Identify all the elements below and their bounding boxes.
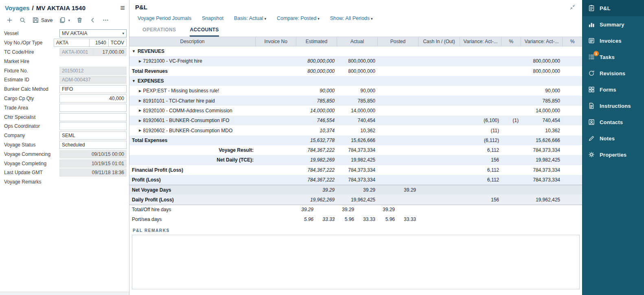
expand-triangle-icon[interactable]: ▶ bbox=[139, 59, 141, 63]
field-label: Voyage Remarks bbox=[3, 179, 59, 185]
expand-triangle-icon[interactable]: ▶ bbox=[139, 99, 141, 103]
toolbar-link-snapshot[interactable]: Snapshot bbox=[202, 15, 223, 21]
voy-no-opr-type-part-1[interactable]: AKTA bbox=[54, 39, 90, 47]
column-header-col-9[interactable]: % bbox=[563, 37, 582, 46]
toolbar-link-basis-actual[interactable]: Basis: Actual▾ bbox=[234, 15, 266, 21]
description-cell: Daily Profit (Loss) bbox=[129, 194, 256, 204]
field-value-area: Scheduled bbox=[59, 141, 127, 149]
company-input[interactable]: SEML bbox=[59, 131, 127, 140]
tab-accounts[interactable]: ACCOUNTS bbox=[190, 27, 219, 37]
collapse-icon[interactable] bbox=[570, 4, 576, 10]
table-row-81920601-bunker-consumption-ifo[interactable]: ▶81920601 - BUNKER-Consumption IFO746,55… bbox=[129, 116, 582, 125]
field-label: TC Code/Hire bbox=[3, 49, 59, 55]
chevron-down-icon[interactable]: ▾ bbox=[120, 30, 124, 37]
more-button[interactable] bbox=[102, 17, 109, 24]
voyage-status-input[interactable]: Scheduled bbox=[59, 141, 127, 149]
act-cell: 15,626,666 bbox=[337, 138, 378, 143]
copy-button[interactable]: ▾ bbox=[59, 17, 70, 24]
table-row-81910101-tci-charter-hire-paid[interactable]: ▶81910101 - TCI-Charter hire paid785,850… bbox=[129, 96, 582, 105]
row-label: Daily Profit (Loss) bbox=[132, 197, 174, 203]
table-row-expenses[interactable]: ▼EXPENSES bbox=[129, 76, 582, 86]
var1-cell: 6,112 bbox=[460, 177, 502, 183]
sidebar-item-contacts[interactable]: Contacts bbox=[583, 114, 644, 130]
remarks-textarea[interactable] bbox=[132, 235, 580, 289]
toolbar-link-show-all-periods[interactable]: Show: All Periods▾ bbox=[330, 15, 373, 21]
sidebar-item-summary[interactable]: Summary bbox=[583, 16, 644, 33]
table-row-71921000-vc-freight-hire[interactable]: ▶71921000 - VC-Freight hire800,000,00080… bbox=[129, 56, 582, 66]
table-row-revenues[interactable]: ▼REVENUES bbox=[129, 46, 582, 56]
table-row-daily-profit-loss[interactable]: Daily Profit (Loss)19,962,26919,962,4251… bbox=[129, 194, 582, 204]
collapse-triangle-icon[interactable]: ▼ bbox=[132, 49, 136, 53]
sidebar-item-notes[interactable]: Notes bbox=[583, 130, 644, 146]
column-header-actual-3[interactable]: Actual bbox=[337, 37, 378, 46]
tc-code-hire-rate: 17,000.00 bbox=[94, 48, 127, 56]
column-header-estimated-2[interactable]: Estimated bbox=[296, 37, 337, 46]
bunker-calc-method-input[interactable]: FIFO bbox=[59, 85, 127, 93]
trade-area-input[interactable] bbox=[59, 104, 127, 112]
page-title: MV AKTAIA 1540 bbox=[36, 4, 85, 11]
sidebar-item-p-l[interactable]: P&L bbox=[583, 0, 644, 16]
table-row-net-voyage-days[interactable]: Net Voyage Days39.2939.2939.29 bbox=[129, 185, 582, 194]
column-header-posted-4[interactable]: Posted bbox=[378, 37, 418, 46]
sidebar-item-forms[interactable]: Forms bbox=[583, 81, 644, 98]
expand-triangle-icon[interactable]: ▶ bbox=[139, 89, 141, 93]
description-cell: Port/sea days bbox=[129, 214, 256, 224]
delete-button[interactable] bbox=[76, 17, 83, 24]
add-button[interactable] bbox=[6, 17, 13, 24]
sidebar-item-properties[interactable]: Properties bbox=[583, 146, 644, 163]
copy-icon bbox=[59, 17, 66, 24]
voyage-commencing-value: 09/10/15 00:00 bbox=[59, 150, 127, 158]
toolbar-link-voyage-period-journals[interactable]: Voyage Period Journals bbox=[138, 15, 191, 21]
table-row-net-daily-tce[interactable]: Net Daily (TCE):19,982,26919,982,4251561… bbox=[129, 155, 582, 165]
search-button[interactable] bbox=[19, 17, 26, 24]
chevron-down-icon[interactable]: ▾ bbox=[68, 18, 70, 22]
voyage-remarks-value bbox=[59, 178, 127, 186]
table-row-81920602-bunker-consumption-mdo[interactable]: ▶81920602 - BUNKER-Consumption MDO10,374… bbox=[129, 125, 582, 135]
column-header-description-0[interactable]: Description bbox=[129, 37, 256, 46]
toolbar-link-compare-posted[interactable]: Compare: Posted▾ bbox=[277, 15, 320, 21]
voy-no-opr-type-part-2[interactable]: 1540 bbox=[90, 39, 109, 47]
sidebar-item-instructions[interactable]: Instructions bbox=[583, 98, 644, 114]
column-header-variance-act-6[interactable]: Variance: Act-... bbox=[460, 37, 502, 46]
column-header-cash-in-out-5[interactable]: Cash In / (Out) bbox=[418, 37, 460, 46]
cargo-cp-qty-input[interactable]: 40,000 bbox=[59, 94, 127, 103]
tab-operations[interactable]: OPERATIONS bbox=[142, 27, 176, 37]
table-row-81920100-comm-address-commission[interactable]: ▶81920100 - COMM-Address Commission14,00… bbox=[129, 106, 582, 116]
table-row-financial-profit-loss[interactable]: Financial Profit (Loss)784,367,222784,37… bbox=[129, 165, 582, 175]
voy-no-opr-type-part-3[interactable]: TCOV bbox=[109, 39, 127, 47]
description-cell: ▼REVENUES bbox=[129, 46, 256, 56]
vessel-select[interactable]: MV AKTAIA▾ bbox=[59, 29, 127, 37]
revisions-icon bbox=[588, 70, 596, 77]
table-row-total-revenues[interactable]: Total Revenues800,000,000800,000,000800,… bbox=[129, 66, 582, 76]
table-row-pexp-est-missing-business-rule[interactable]: ▶PEXP:EST - Missing business rule!90,000… bbox=[129, 86, 582, 96]
ops-coordinator-input[interactable] bbox=[59, 122, 127, 130]
sidebar-item-revisions[interactable]: Revisions bbox=[583, 65, 644, 81]
table-row-total-off-hire-days[interactable]: Total/Off hire days39.2939.2939.29 bbox=[129, 205, 582, 214]
column-header-variance-act-8[interactable]: Variance: Act-... bbox=[521, 37, 563, 46]
table-row-port-sea-days[interactable]: Port/sea days5.9633.335.9633.335.9633.33 bbox=[129, 214, 582, 224]
est-cell: 19,982,269 bbox=[296, 157, 337, 163]
table-row-voyage-result[interactable]: Voyage Result:784,367,222784,373,3346,11… bbox=[129, 145, 582, 155]
sidebar-item-invoices[interactable]: Invoices bbox=[583, 33, 644, 49]
posted-cell: 5.9633.33 bbox=[378, 216, 418, 222]
form-row-voyage-status: Voyage StatusScheduled bbox=[3, 140, 127, 150]
collapse-triangle-icon[interactable]: ▼ bbox=[132, 79, 136, 83]
expand-triangle-icon[interactable]: ▶ bbox=[139, 109, 141, 112]
form-row-tc-code-hire: TC Code/HireAKTA-I000117,000.00 bbox=[3, 48, 127, 57]
sidebar-item-tasks[interactable]: 1Tasks bbox=[583, 49, 644, 65]
save-button[interactable]: Save bbox=[32, 17, 53, 24]
column-header-invoice-no-1[interactable]: Invoice No bbox=[256, 37, 296, 46]
expand-triangle-icon[interactable]: ▶ bbox=[139, 119, 141, 122]
chtr-specialist-input[interactable] bbox=[59, 113, 127, 121]
sub-value-right: 33.33 bbox=[358, 216, 378, 222]
table-row-total-expenses[interactable]: Total Expenses15,632,77815,626,666(6,112… bbox=[129, 135, 582, 145]
horizontal-scrollbar[interactable] bbox=[0, 292, 129, 295]
hamburger-menu-icon[interactable]: ≡ bbox=[120, 4, 125, 12]
breadcrumb-voyages[interactable]: Voyages bbox=[5, 4, 30, 11]
column-header-col-7[interactable]: % bbox=[502, 37, 521, 46]
back-button[interactable] bbox=[89, 17, 96, 24]
add-icon bbox=[6, 17, 13, 24]
posted-cell: 39.29 bbox=[378, 207, 418, 212]
expand-triangle-icon[interactable]: ▶ bbox=[139, 129, 141, 132]
table-row-profit-loss[interactable]: Profit (Loss)784,367,222784,373,3346,112… bbox=[129, 175, 582, 185]
